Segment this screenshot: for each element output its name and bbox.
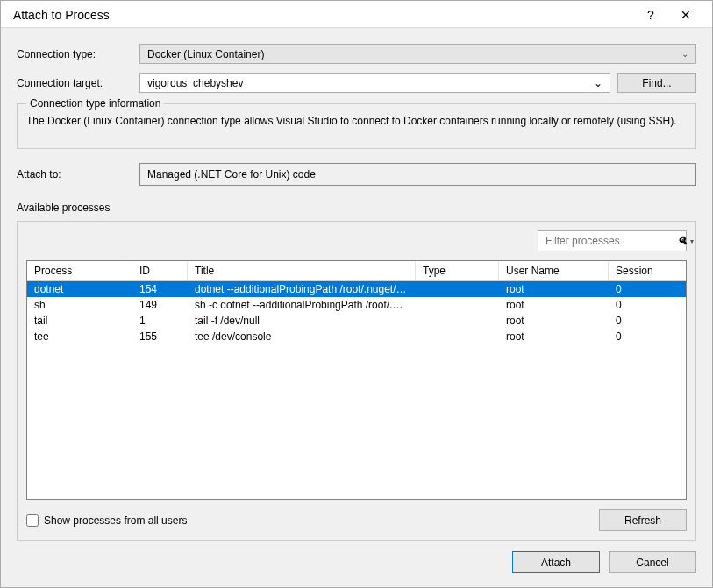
show-all-users-label: Show processes from all users (44, 514, 187, 527)
process-table: Process ID Title Type User Name Session … (26, 260, 687, 500)
col-user[interactable]: User Name (499, 261, 609, 280)
available-bottom-row: Show processes from all users Refresh (26, 509, 687, 531)
filter-processes-box[interactable]: 🔍︎ ▾ (538, 230, 687, 251)
table-cell: root (499, 313, 609, 329)
table-cell (416, 313, 499, 329)
table-cell: 0 (609, 313, 670, 329)
table-row[interactable]: dotnet154dotnet --additionalProbingPath … (27, 281, 686, 297)
available-processes-group: 🔍︎ ▾ Process ID Title Type User Name Ses… (17, 221, 696, 541)
col-session[interactable]: Session (609, 261, 670, 280)
available-processes-label: Available processes (17, 202, 696, 214)
table-cell (416, 329, 499, 344)
connection-target-row: Connection target: ⌄ Find... (17, 73, 696, 93)
table-cell: sh -c dotnet --additionalProbingPath /ro… (188, 297, 416, 313)
table-cell (416, 281, 499, 297)
chevron-down-icon: ⌄ (681, 49, 688, 59)
cancel-button[interactable]: Cancel (609, 551, 696, 573)
table-cell: 0 (609, 297, 670, 313)
filter-processes-input[interactable] (545, 235, 677, 247)
table-cell: 154 (132, 281, 188, 297)
table-cell: dotnet (27, 281, 132, 297)
dialog-footer: Attach Cancel (1, 541, 712, 587)
col-type[interactable]: Type (416, 261, 499, 280)
table-header: Process ID Title Type User Name Session (27, 261, 686, 281)
col-title[interactable]: Title (188, 261, 416, 280)
chevron-down-icon: ⌄ (594, 77, 602, 89)
dialog-title: Attach to Process (13, 8, 633, 22)
connection-type-value: Docker (Linux Container) (147, 48, 264, 60)
show-all-users-checkbox[interactable]: Show processes from all users (26, 514, 187, 527)
table-row[interactable]: tee155tee /dev/consoleroot0 (27, 329, 686, 344)
titlebar: Attach to Process ? ✕ (1, 1, 712, 28)
table-cell: 0 (609, 329, 670, 344)
col-process[interactable]: Process (27, 261, 132, 280)
table-cell: root (499, 297, 609, 313)
attach-to-row: Attach to: Managed (.NET Core for Unix) … (17, 163, 696, 186)
connection-type-info-legend: Connection type information (26, 97, 164, 110)
help-icon[interactable]: ? (633, 8, 668, 22)
connection-target-combo[interactable]: ⌄ (139, 73, 610, 93)
table-cell: 149 (132, 297, 188, 313)
dropdown-icon[interactable]: ▾ (690, 237, 694, 245)
table-row[interactable]: tail1tail -f /dev/nullroot0 (27, 313, 686, 329)
table-cell: dotnet --additionalProbingPath /root/.nu… (188, 281, 416, 297)
attach-to-process-dialog: Attach to Process ? ✕ Connection type: D… (0, 0, 713, 588)
table-cell (416, 297, 499, 313)
connection-type-row: Connection type: Docker (Linux Container… (17, 44, 696, 64)
find-button[interactable]: Find... (617, 73, 696, 93)
table-cell: sh (27, 297, 132, 313)
attach-to-value: Managed (.NET Core for Unix) code (147, 168, 316, 181)
connection-type-combo[interactable]: Docker (Linux Container) ⌄ (139, 44, 696, 64)
connection-target-input[interactable] (147, 77, 594, 89)
table-row[interactable]: sh149sh -c dotnet --additionalProbingPat… (27, 297, 686, 313)
refresh-button[interactable]: Refresh (599, 509, 687, 531)
table-cell: root (499, 281, 609, 297)
table-cell: tee (27, 329, 132, 344)
attach-button[interactable]: Attach (512, 551, 600, 573)
connection-type-label: Connection type: (17, 48, 139, 60)
table-cell: tail (27, 313, 132, 329)
close-icon[interactable]: ✕ (668, 8, 703, 22)
dialog-content: Connection type: Docker (Linux Container… (1, 28, 712, 541)
table-cell: tail -f /dev/null (188, 313, 416, 329)
filter-row: 🔍︎ ▾ (26, 230, 687, 251)
table-body: dotnet154dotnet --additionalProbingPath … (27, 281, 686, 499)
table-cell: 0 (609, 281, 670, 297)
table-cell: 155 (132, 329, 188, 344)
connection-type-info-group: Connection type information The Docker (… (17, 103, 696, 149)
table-cell: root (499, 329, 609, 344)
connection-target-label: Connection target: (17, 77, 139, 89)
col-id[interactable]: ID (132, 261, 188, 280)
connection-type-info-text: The Docker (Linux Container) connection … (26, 115, 687, 127)
attach-to-label: Attach to: (17, 168, 139, 181)
table-cell: 1 (132, 313, 188, 329)
table-cell: tee /dev/console (188, 329, 416, 344)
search-icon[interactable]: 🔍︎ (677, 235, 688, 247)
show-all-users-input[interactable] (26, 514, 39, 527)
attach-to-value-box: Managed (.NET Core for Unix) code (139, 163, 696, 186)
